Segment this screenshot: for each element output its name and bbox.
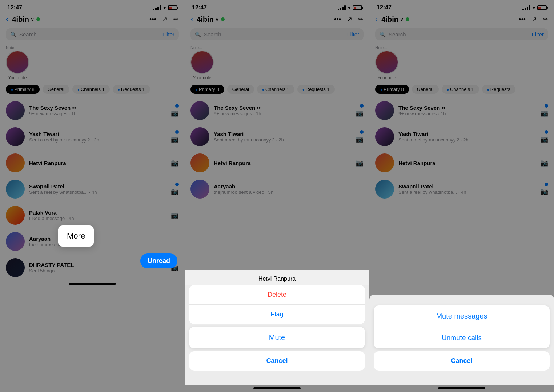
avatar-sexy-1 (6, 101, 25, 120)
more-icon-2[interactable]: ••• (334, 16, 341, 23)
tab-channels-3[interactable]: ●Channels 1 (442, 85, 479, 94)
camera-icon-swapnil-1: 📷 (171, 188, 179, 196)
conv-info-swapnil-1: Swapnil Patel Sent a reel by whatshotba.… (29, 183, 166, 195)
header-3: ‹ 4ibin ∨ ••• ↗ ✏ (369, 12, 554, 27)
more-icon-1[interactable]: ••• (149, 16, 156, 23)
back-button-3[interactable]: ‹ (375, 15, 378, 24)
battery-icon-2 (353, 5, 362, 10)
filter-tabs-1: ●Primary 8 General ●Channels 1 ●Requests… (0, 83, 185, 97)
conv-aaryaah-2[interactable]: Aaryaah thejhumroo sent a video · 5h (185, 176, 369, 202)
search-placeholder-1: Search (19, 31, 160, 37)
conv-info-1: The Sexy Seven •• 9+ new messages · 1h (29, 105, 166, 116)
conv-preview-sexy-2: 9+ new messages · 1h (214, 111, 351, 116)
conv-preview-aaryaah-1: thejhumroo sent a video · 5h (29, 242, 174, 247)
tab-channels-2[interactable]: ●Channels 1 (257, 85, 294, 94)
conv-sexy-seven-2[interactable]: The Sexy Seven •• 9+ new messages · 1h 📷 (185, 97, 369, 124)
status-icons-2: ▾ (338, 5, 362, 11)
search-bar-1[interactable]: 🔍 Search Filter (6, 28, 179, 40)
tab-requests-1[interactable]: ●Requests 1 (113, 85, 150, 94)
action-sheet-3: Mute messages Unmute calls Cancel (369, 295, 554, 392)
header-icons-1: ••• ↗ ✏ (149, 15, 179, 23)
panel-2: 12:47 ▾ ‹ 4ibin ∨ ••• ↗ ✏ 🔍 Search (185, 0, 369, 392)
compose-icon-1[interactable]: ✏ (173, 15, 179, 23)
tab-general-1[interactable]: General (43, 85, 69, 94)
panel-3: 12:47 ▾ ‹ 4ibin ∨ ••• ↗ ✏ 🔍 Search (369, 0, 554, 392)
filter-tabs-2: ●Primary 8 General ●Channels 1 ●Requests… (185, 83, 369, 97)
conv-hetvi-3[interactable]: Hetvi Ranpura 📷 (369, 150, 554, 176)
back-button-1[interactable]: ‹ (6, 15, 8, 24)
conv-yash-2[interactable]: Yash Tiwari Sent a reel by mr.uncannyy.2… (185, 124, 369, 150)
compose-icon-2[interactable]: ✏ (358, 15, 364, 23)
status-icons-1: ▾ (153, 5, 177, 11)
unread-dot-sexy-2 (360, 104, 364, 108)
conv-name-aaryaah-2: Aaryaah (214, 183, 359, 189)
tab-requests-2[interactable]: ●Requests 1 (297, 85, 335, 94)
conv-yash-1[interactable]: Yash Tiwari Sent a reel by mr.uncannyy.2… (0, 124, 185, 150)
back-button-2[interactable]: ‹ (190, 15, 193, 24)
conv-swapnil-1[interactable]: Swapnil Patel Sent a reel by whatshotba.… (0, 176, 185, 202)
battery-icon-1 (168, 5, 177, 10)
filter-button-3[interactable]: Filter (532, 31, 544, 37)
conv-swapnil-3[interactable]: Swapnil Patel Sent a reel by whatshotba.… (369, 176, 554, 202)
avatar-yash-1 (6, 127, 25, 146)
mute-button-2[interactable]: Mute (189, 327, 365, 348)
tab-general-3[interactable]: General (412, 85, 439, 94)
trending-icon-1[interactable]: ↗ (162, 15, 168, 23)
trending-icon-3[interactable]: ↗ (531, 15, 537, 23)
cancel-button-2[interactable]: Cancel (189, 351, 365, 371)
conv-preview-palak-1: Liked a message · 4h (29, 216, 166, 221)
conv-name-sexy-3: The Sexy Seven •• (398, 105, 536, 111)
username-row-3: 4ibin ∨ (381, 15, 515, 24)
header-2: ‹ 4ibin ∨ ••• ↗ ✏ (185, 12, 369, 27)
tab-primary-1[interactable]: ●Primary 8 (6, 85, 40, 94)
conv-palak-1[interactable]: Palak Vora Liked a message · 4h 📷 (0, 202, 185, 228)
camera-icon-palak-1: 📷 (171, 211, 179, 219)
mute-messages-button-3[interactable]: Mute messages (374, 305, 550, 327)
delete-button-2[interactable]: Delete (189, 285, 365, 305)
cancel-button-3[interactable]: Cancel (374, 351, 550, 371)
conv-sexy-seven-1[interactable]: The Sexy Seven •• 9+ new messages · 1h 📷 (0, 97, 185, 124)
unmute-calls-button-3[interactable]: Unmute calls (374, 327, 550, 348)
conv-sexy-seven-3[interactable]: The Sexy Seven •• 9+ new messages · 1h 📷 (369, 97, 554, 124)
header-icons-2: ••• ↗ ✏ (334, 15, 364, 23)
tab-channels-1[interactable]: ●Channels 1 (72, 85, 110, 94)
search-bar-2[interactable]: 🔍 Search Filter (190, 28, 364, 40)
conv-right-yash-2: 📷 (356, 130, 364, 143)
conv-hetvi-1[interactable]: Hetvi Ranpura 📷 (0, 150, 185, 176)
unread-button[interactable]: Unread (140, 253, 177, 268)
conv-name-palak-1: Palak Vora (29, 209, 166, 216)
conv-hetvi-2[interactable]: Hetvi Ranpura 📷 (185, 150, 369, 176)
signal-icon-1 (153, 5, 161, 10)
compose-icon-3[interactable]: ✏ (543, 15, 548, 23)
camera-icon-hetvi-2: 📷 (356, 159, 364, 167)
chevron-down-icon-1: ∨ (31, 16, 34, 22)
conv-right-hetvi-3: 📷 (540, 159, 548, 167)
search-icon-1: 🔍 (10, 32, 16, 37)
avatar-swapnil-1 (6, 180, 25, 199)
tab-primary-3[interactable]: ●Primary 8 (375, 85, 409, 94)
conv-yash-3[interactable]: Yash Tiwari Sent a reel by mr.uncannyy.2… (369, 124, 554, 150)
camera-icon-hetvi-1: 📷 (171, 159, 179, 167)
conv-name-sexy-2: The Sexy Seven •• (214, 105, 351, 111)
time-3: 12:47 (377, 4, 392, 11)
conv-right-yash-1: 📷 (171, 130, 179, 143)
search-placeholder-3: Search (389, 31, 529, 37)
tab-general-2[interactable]: General (227, 85, 254, 94)
more-icon-3[interactable]: ••• (519, 16, 526, 23)
filter-button-2[interactable]: Filter (347, 31, 359, 37)
trending-icon-2[interactable]: ↗ (347, 15, 352, 23)
conv-list-2: The Sexy Seven •• 9+ new messages · 1h 📷… (185, 97, 369, 202)
status-bar-3: 12:47 ▾ (369, 0, 554, 12)
flag-button-2[interactable]: Flag (189, 305, 365, 324)
unread-dot-1 (175, 104, 179, 108)
conv-info-sexy-3: The Sexy Seven •• 9+ new messages · 1h (398, 105, 536, 116)
status-bar-2: 12:47 ▾ (185, 0, 369, 12)
camera-icon-yash-2: 📷 (356, 135, 364, 143)
more-popup[interactable]: More (58, 225, 94, 247)
search-bar-3[interactable]: 🔍 Search Filter (375, 28, 548, 40)
tab-primary-2[interactable]: ●Primary 8 (190, 85, 224, 94)
action-sheet-2: Hetvi Ranpura Delete Flag Mute Cancel (185, 270, 369, 392)
filter-button-1[interactable]: Filter (162, 31, 174, 37)
tab-requests-3[interactable]: ●Requests (482, 85, 515, 94)
conv-preview-yash-2: Sent a reel by mr.uncannyy.2 · 2h (214, 137, 351, 143)
